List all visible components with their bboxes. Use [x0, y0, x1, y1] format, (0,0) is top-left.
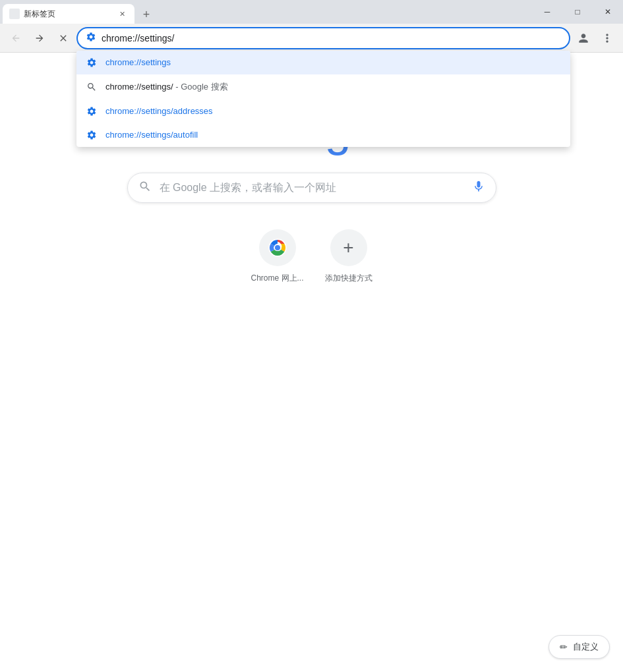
maximize-button[interactable]: □ [562, 0, 593, 24]
more-icon [601, 32, 614, 45]
back-icon [11, 33, 21, 43]
gear-icon-4 [86, 130, 98, 140]
address-bar[interactable] [76, 27, 570, 49]
tab-strip: 新标签页 ✕ + [0, 0, 532, 24]
chrome-icon-container [259, 229, 296, 266]
dropdown-item-2-text: chrome://settings/ - Google 搜索 [105, 81, 561, 93]
forward-icon [34, 33, 45, 43]
dropdown-item-2[interactable]: chrome://settings/ - Google 搜索 [76, 74, 570, 99]
dropdown-item-4[interactable]: chrome://settings/autofill [76, 123, 570, 147]
dropdown-item-4-text: chrome://settings/autofill [105, 130, 561, 140]
account-icon [577, 32, 590, 45]
search-icon-2 [86, 82, 98, 92]
title-bar: 新标签页 ✕ + ─ □ ✕ [0, 0, 623, 24]
toolbar: chrome://settings chrome://settings/ - G… [0, 24, 623, 53]
forward-button[interactable] [29, 28, 50, 49]
gear-icon-1 [86, 57, 98, 68]
address-input[interactable] [102, 33, 561, 43]
search-icon [138, 180, 152, 196]
settings-icon [86, 32, 96, 44]
quick-access: Chrome 网上... + 添加快捷方式 [251, 229, 372, 284]
add-shortcut-icon-container: + [330, 229, 367, 266]
dropdown-item-3-url-base: chrome://settings/ [105, 106, 173, 116]
quick-item-chrome[interactable]: Chrome 网上... [251, 229, 304, 284]
address-bar-wrapper: chrome://settings chrome://settings/ - G… [76, 27, 570, 49]
customize-label: 自定义 [573, 641, 599, 653]
profile-button[interactable] [573, 28, 594, 49]
dropdown-item-2-suffix: - Google 搜索 [173, 82, 228, 92]
dropdown-item-1-url: chrome://settings [105, 57, 171, 67]
close-icon [58, 33, 69, 43]
search-box[interactable]: 在 Google 上搜索，或者输入一个网址 [127, 173, 496, 203]
add-shortcut-label: 添加快捷方式 [325, 273, 372, 284]
dropdown-item-2-url: chrome://settings/ [105, 82, 173, 92]
quick-item-add[interactable]: + 添加快捷方式 [325, 229, 372, 284]
window-controls: ─ □ ✕ [532, 0, 623, 24]
new-tab-icon [9, 9, 20, 19]
active-tab[interactable]: 新标签页 ✕ [3, 4, 134, 24]
browser-window: 新标签页 ✕ + ─ □ ✕ [0, 0, 623, 672]
gear-icon [86, 32, 96, 42]
minimize-button[interactable]: ─ [532, 0, 562, 24]
customize-button[interactable]: ✏ 自定义 [549, 635, 610, 659]
pencil-icon: ✏ [560, 642, 568, 652]
dropdown-item-3-url-suffix: addresses [173, 106, 213, 116]
address-dropdown: chrome://settings chrome://settings/ - G… [76, 51, 570, 147]
close-button[interactable]: ✕ [593, 0, 623, 24]
dropdown-item-3[interactable]: chrome://settings/addresses [76, 99, 570, 123]
search-placeholder: 在 Google 上搜索，或者输入一个网址 [160, 181, 464, 195]
gear-icon-3 [86, 106, 98, 117]
chrome-logo-icon [267, 237, 288, 258]
tab-favicon [9, 9, 20, 19]
svg-point-3 [275, 245, 280, 250]
new-tab-button[interactable]: + [137, 5, 156, 24]
dropdown-item-4-url-base: chrome://settings/ [105, 130, 173, 140]
dropdown-item-4-url-suffix: autofill [173, 130, 198, 140]
svg-rect-0 [9, 9, 20, 19]
dropdown-item-1[interactable]: chrome://settings [76, 51, 570, 74]
tab-close-button[interactable]: ✕ [116, 8, 128, 20]
back-button[interactable] [5, 28, 26, 49]
menu-button[interactable] [597, 28, 618, 49]
voice-icon[interactable] [472, 180, 485, 196]
tab-title: 新标签页 [24, 9, 112, 20]
reload-stop-button[interactable] [53, 28, 74, 49]
dropdown-item-1-text: chrome://settings [105, 57, 561, 67]
chrome-item-label: Chrome 网上... [251, 273, 304, 284]
dropdown-item-3-text: chrome://settings/addresses [105, 106, 561, 116]
plus-icon: + [343, 237, 353, 258]
